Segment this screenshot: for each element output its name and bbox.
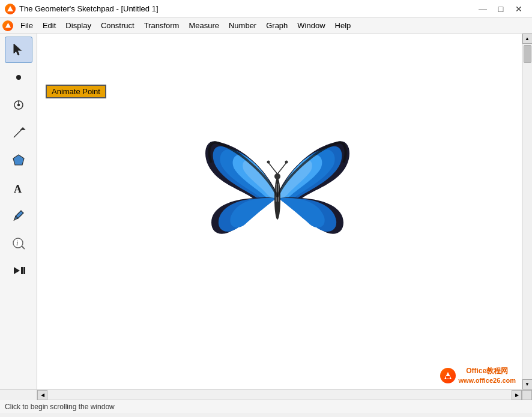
status-bar: Click to begin scrolling the window <box>0 400 532 413</box>
svg-point-20 <box>274 173 280 179</box>
svg-rect-18 <box>23 267 25 274</box>
menu-measure[interactable]: Measure <box>184 18 224 33</box>
maximize-button[interactable]: □ <box>492 2 509 16</box>
tool-text[interactable]: A <box>5 175 32 201</box>
svg-point-24 <box>285 161 288 164</box>
svg-marker-2 <box>14 44 21 55</box>
close-button[interactable]: ✕ <box>510 2 527 16</box>
tool-compass[interactable] <box>5 92 32 118</box>
menu-number[interactable]: Number <box>224 18 261 33</box>
svg-line-23 <box>277 163 286 174</box>
svg-text:A: A <box>14 183 22 195</box>
animate-point-button[interactable]: Animate Point <box>46 85 106 98</box>
scroll-track-bottom <box>47 390 512 400</box>
watermark-line2: www.office26.com <box>458 376 516 385</box>
title-bar: The Geometer's Sketchpad - [Untitled 1] … <box>0 0 532 18</box>
menu-edit[interactable]: Edit <box>38 18 61 33</box>
canvas-area[interactable]: Animate Point <box>37 34 522 389</box>
tool-motion[interactable] <box>5 257 32 284</box>
tool-info[interactable]: i <box>5 230 32 256</box>
svg-marker-1 <box>5 23 10 28</box>
tool-point[interactable] <box>5 64 32 91</box>
title-bar-left: The Geometer's Sketchpad - [Untitled 1] <box>5 4 159 14</box>
menu-construct[interactable]: Construct <box>96 18 139 33</box>
svg-marker-0 <box>7 6 13 11</box>
app-title: The Geometer's Sketchpad - [Untitled 1] <box>19 4 159 13</box>
menu-window[interactable]: Window <box>292 18 330 33</box>
minimize-button[interactable]: — <box>474 2 491 16</box>
scroll-left-button[interactable]: ◀ <box>37 390 47 400</box>
svg-marker-27 <box>444 372 452 379</box>
svg-rect-28 <box>446 376 450 379</box>
svg-point-22 <box>267 161 270 164</box>
menu-bar: File Edit Display Construct Transform Me… <box>0 18 532 34</box>
scroll-down-button[interactable]: ▼ <box>522 379 533 389</box>
butterfly-image <box>199 130 355 262</box>
scrollbar-right[interactable]: ▲ ▼ <box>522 34 532 389</box>
scroll-thumb-right[interactable] <box>524 45 531 63</box>
app-icon <box>5 4 16 14</box>
svg-rect-17 <box>21 267 23 274</box>
toolbar: A i <box>0 34 37 389</box>
scroll-corner <box>522 390 532 400</box>
scroll-track-right <box>522 44 532 379</box>
scrollbar-bottom[interactable]: ◀ ▶ <box>37 390 522 400</box>
svg-point-7 <box>17 104 19 106</box>
status-text: Click to begin scrolling the window <box>5 403 115 411</box>
tool-marker[interactable] <box>5 202 32 229</box>
tool-line[interactable] <box>5 119 32 146</box>
tool-polygon[interactable] <box>5 147 32 173</box>
watermark: Office教程网 www.office26.com <box>437 364 519 387</box>
title-controls: — □ ✕ <box>474 2 527 16</box>
menu-graph[interactable]: Graph <box>261 18 292 33</box>
scroll-right-button[interactable]: ▶ <box>512 390 522 400</box>
scroll-up-button[interactable]: ▲ <box>522 34 533 44</box>
watermark-line1: Office教程网 <box>458 366 516 376</box>
svg-line-13 <box>14 220 14 221</box>
svg-point-19 <box>274 178 280 220</box>
menu-help[interactable]: Help <box>330 18 356 33</box>
svg-marker-9 <box>21 128 25 130</box>
main-area: A i <box>0 34 532 389</box>
svg-marker-10 <box>13 155 24 165</box>
svg-point-4 <box>16 75 21 80</box>
bottom-scrollbar-area: ◀ ▶ <box>0 389 532 400</box>
app-menu-icon <box>2 20 13 31</box>
svg-line-21 <box>268 163 277 174</box>
menu-file[interactable]: File <box>16 18 38 33</box>
tool-select[interactable] <box>5 37 32 63</box>
svg-text:i: i <box>16 239 18 247</box>
menu-display[interactable]: Display <box>61 18 96 33</box>
menu-transform[interactable]: Transform <box>139 18 184 33</box>
svg-marker-16 <box>14 267 20 274</box>
